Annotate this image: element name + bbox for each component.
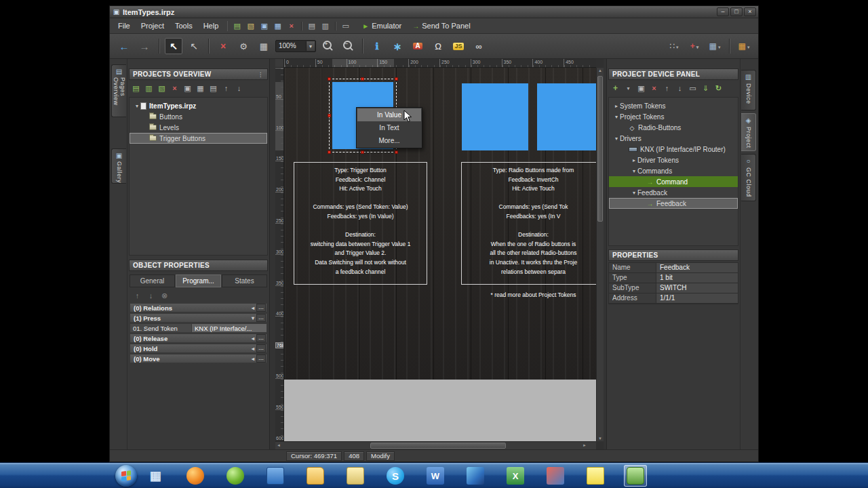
page-viewport[interactable]: Type: Trigger ButtonFeedback: ChannelHit… bbox=[284, 68, 596, 441]
import-icon[interactable]: ⇓ bbox=[700, 83, 711, 94]
selection-handle[interactable] bbox=[328, 77, 331, 81]
quick-launch-icon[interactable]: ▦ bbox=[144, 465, 167, 487]
panel-display-icon[interactable]: ▦ bbox=[735, 38, 753, 54]
maximize-button[interactable]: □ bbox=[730, 7, 743, 16]
save-tool-icon[interactable] bbox=[264, 465, 287, 487]
move-down-icon[interactable]: ↓ bbox=[145, 290, 157, 301]
move-down-icon[interactable]: ↓ bbox=[233, 83, 245, 94]
separator[interactable] bbox=[299, 20, 304, 31]
expander-icon[interactable] bbox=[631, 168, 637, 174]
snowflake-icon[interactable]: ∗ bbox=[389, 38, 406, 54]
close-project-icon[interactable]: × bbox=[285, 20, 297, 31]
expander-icon[interactable] bbox=[613, 114, 620, 120]
expander-icon[interactable] bbox=[613, 136, 620, 142]
selection-handle[interactable] bbox=[361, 77, 364, 81]
project-gallery-icon[interactable]: ▥ bbox=[319, 20, 331, 31]
add-page-icon[interactable]: ▤ bbox=[130, 83, 142, 94]
close-button[interactable]: × bbox=[744, 7, 756, 16]
property-value[interactable]: Feedback bbox=[656, 263, 738, 273]
font-style-icon[interactable]: A bbox=[409, 38, 427, 54]
button-item[interactable] bbox=[537, 83, 596, 150]
footnote-text[interactable]: * read more about Project Tokens bbox=[461, 291, 596, 298]
tree-item[interactable]: ItemTypes.irpz bbox=[130, 100, 267, 111]
paste-icon[interactable]: ▦ bbox=[195, 83, 206, 94]
expander-icon[interactable] bbox=[631, 157, 637, 163]
property-value[interactable]: SWITCH bbox=[656, 283, 738, 293]
copy-icon[interactable]: ▣ bbox=[182, 83, 193, 94]
property-row[interactable]: (0) Move ◂ … bbox=[130, 354, 267, 363]
more-button[interactable]: … bbox=[256, 354, 266, 363]
selection-handle[interactable] bbox=[395, 77, 398, 81]
expander-icon[interactable] bbox=[631, 190, 637, 196]
refresh-icon[interactable]: ↻ bbox=[713, 83, 724, 94]
word-icon[interactable]: W bbox=[424, 465, 447, 487]
tree-item[interactable]: Feedback bbox=[609, 187, 738, 198]
property-row[interactable]: 01. Send Token KNX (IP Interface/... bbox=[130, 323, 267, 333]
emulator-button[interactable]: ► Emulator bbox=[362, 22, 401, 30]
menu-item[interactable]: File bbox=[113, 20, 136, 32]
separator[interactable] bbox=[726, 38, 732, 54]
separator[interactable] bbox=[205, 38, 212, 54]
property-row[interactable]: (0) Release ◂ … bbox=[130, 333, 267, 343]
button-item[interactable] bbox=[462, 83, 528, 150]
panel-icon[interactable]: ▭ bbox=[340, 20, 351, 31]
guides-options-icon[interactable]: ▦ bbox=[706, 38, 724, 54]
more-button[interactable]: … bbox=[256, 334, 266, 342]
open-project-icon[interactable]: ▧ bbox=[245, 20, 256, 31]
collapse-arrow-icon[interactable]: ▾ bbox=[250, 315, 256, 321]
save-all-icon[interactable]: ▦ bbox=[272, 20, 283, 31]
selection-handle[interactable] bbox=[328, 114, 331, 117]
property-value[interactable]: KNX (IP Interface/... bbox=[192, 323, 267, 333]
object-settings-icon[interactable]: ⚙ bbox=[235, 38, 252, 54]
settings-tool-icon[interactable] bbox=[544, 465, 567, 487]
tree-item[interactable]: KNX (IP Interface/IP Router) bbox=[609, 144, 738, 155]
collapse-arrow-icon[interactable]: ◂ bbox=[250, 346, 256, 352]
tree-item[interactable]: Radio-Buttons bbox=[609, 122, 738, 133]
tab-gallery[interactable]: ▣ Gallery bbox=[111, 148, 126, 184]
separator[interactable] bbox=[359, 38, 366, 54]
remove-icon[interactable]: ⊗ bbox=[159, 290, 170, 301]
zoom-select[interactable]: 100% bbox=[275, 40, 316, 52]
tree-item[interactable]: Feedback bbox=[609, 198, 738, 209]
menu-item[interactable]: Help bbox=[198, 20, 224, 32]
tree-item[interactable]: Commands bbox=[609, 165, 738, 176]
properties-tab[interactable]: General bbox=[130, 274, 175, 287]
documents-icon[interactable] bbox=[344, 465, 367, 487]
save-icon[interactable]: ▣ bbox=[258, 20, 270, 31]
notes-icon[interactable] bbox=[584, 465, 607, 487]
property-row[interactable]: (0) Hold ◂ … bbox=[130, 344, 267, 353]
trigger-button-description[interactable]: Type: Trigger ButtonFeedback: ChannelHit… bbox=[294, 162, 427, 285]
minimize-button[interactable]: – bbox=[717, 7, 729, 16]
add-token-icon[interactable]: + bbox=[610, 83, 621, 94]
move-up-icon[interactable]: ↑ bbox=[132, 290, 143, 301]
special-chars-icon[interactable]: Ω bbox=[429, 38, 447, 54]
link-icon[interactable]: ∞ bbox=[470, 38, 488, 54]
select-tool-icon[interactable]: ↖ bbox=[165, 38, 182, 54]
property-row[interactable]: (0) Relations ◂ … bbox=[130, 303, 267, 312]
new-project-icon[interactable]: ▤ bbox=[231, 20, 243, 31]
tab-pages-overview[interactable]: ▤ Pages Overview bbox=[111, 64, 126, 117]
tree-item[interactable]: Buttons bbox=[130, 111, 267, 122]
tree-item[interactable]: Project Tokens bbox=[609, 111, 738, 122]
tab-gc-cloud[interactable]: ○ GC Cloud bbox=[741, 154, 756, 201]
expander-icon[interactable] bbox=[134, 103, 140, 109]
add-folder-icon[interactable]: ▧ bbox=[156, 83, 167, 94]
transfer-icon[interactable] bbox=[224, 465, 247, 487]
move-up-icon[interactable]: ↑ bbox=[661, 83, 673, 94]
grid-icon[interactable]: ▦ bbox=[255, 38, 273, 54]
more-button[interactable]: … bbox=[256, 344, 266, 352]
tree-item[interactable]: Driver Tokens bbox=[609, 155, 738, 165]
more-button[interactable]: … bbox=[256, 314, 266, 322]
tree-item[interactable]: System Tokens bbox=[609, 100, 738, 111]
duplicate-icon[interactable]: ▣ bbox=[635, 83, 647, 94]
scrollbar-thumb[interactable] bbox=[370, 443, 506, 449]
collapse-arrow-icon[interactable]: ◂ bbox=[250, 356, 256, 362]
horizontal-scrollbar[interactable] bbox=[275, 441, 596, 449]
clone-icon[interactable]: ▤ bbox=[208, 83, 219, 94]
project-doc-icon[interactable]: ▤ bbox=[306, 20, 317, 31]
tab-device[interactable]: ▥ Device bbox=[741, 70, 756, 110]
menu-item[interactable]: Project bbox=[136, 20, 170, 32]
property-row[interactable]: (1) Press ▾ … bbox=[130, 313, 267, 323]
properties-tab[interactable]: Program... bbox=[176, 274, 221, 287]
delete-icon[interactable]: × bbox=[169, 83, 180, 94]
